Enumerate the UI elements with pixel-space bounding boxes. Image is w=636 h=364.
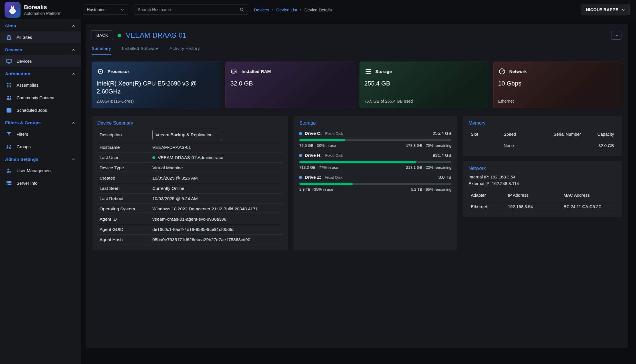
sidebar-section-admin-settings[interactable]: Admin Settings <box>0 153 81 164</box>
sidebar-section-devices[interactable]: Devices <box>0 43 81 55</box>
drive-usage-bar <box>299 139 451 141</box>
memory-row: None 32.0 GB <box>469 140 616 151</box>
sidebar-item-groups[interactable]: Groups <box>0 140 81 153</box>
stat-footer: 2.60GHz (16-Cores) <box>96 99 134 103</box>
summary-row-last-reboot: Last Reboot 10/03/2025 @ 6:24 AM <box>97 194 282 204</box>
stat-value: 32.0 GB <box>230 80 342 88</box>
sidebar-section-automation[interactable]: Automation <box>0 67 81 79</box>
sidebar-section-filters-groups[interactable]: Filters & Groups <box>0 116 81 128</box>
tab-summary[interactable]: Summary <box>92 46 111 55</box>
summary-row-agent-hash: Agent Hash 05ba0e7935171d626ecea29b27d7a… <box>97 235 282 245</box>
drive-bullet-icon <box>299 176 302 179</box>
summary-row-last-user: Last User VEEAM-DRAAS-01\Administrator <box>97 152 282 163</box>
sidebar-item-label: Server Info <box>17 181 37 186</box>
topbar: Borealis Automation Platform Hostname De… <box>0 0 636 19</box>
groups-icon <box>6 143 12 150</box>
tab-activity-history[interactable]: Activity History <box>169 46 200 55</box>
sidebar-item-user-management[interactable]: User Management <box>0 164 81 177</box>
stat-label: Network <box>509 69 527 74</box>
chevron-down-icon <box>621 8 625 12</box>
device-title: VEEAM-DRAAS-01 <box>126 31 186 39</box>
memory-title: Memory <box>469 120 616 126</box>
search-icon[interactable] <box>239 7 245 12</box>
device-header: BACK VEEAM-DRAAS-01 <box>92 30 622 40</box>
drive-c: Drive C: Fixed Disk 255.4 GB 76.5 GB - 3… <box>299 131 451 148</box>
drive-usage-bar <box>299 161 451 163</box>
network-card: Network Internal IP: 192.168.3.54 Extern… <box>463 161 622 217</box>
breadcrumb-devices[interactable]: Devices <box>254 7 269 12</box>
storage-title: Storage <box>299 120 451 126</box>
people-icon <box>6 94 12 101</box>
stat-value: Intel(R) Xeon(R) CPU E5-2690 v3 @ 2.60GH… <box>96 80 208 96</box>
devices-icon <box>6 58 12 64</box>
user-menu-button[interactable]: NICOLE RAPPE <box>582 4 630 15</box>
network-title: Network <box>469 166 616 171</box>
sidebar-item-community-content[interactable]: Community Content <box>0 91 81 104</box>
stat-card-installed-ram: Installed RAM 32.0 GB <box>225 62 354 108</box>
sidebar-item-label: User Management <box>17 168 52 173</box>
stat-card-processor: Processor Intel(R) Xeon(R) CPU E5-2690 v… <box>92 62 220 108</box>
sidebar-item-assemblies[interactable]: Assemblies <box>0 79 81 91</box>
device-summary-card: Device Summary Description Hostname VEEA… <box>92 116 288 250</box>
breadcrumb-device-details: Device Details <box>304 7 332 12</box>
stat-label: Installed RAM <box>241 69 271 74</box>
drive-remaining-text: 178.8 GB - 70% remaining <box>406 143 451 148</box>
drive-used-text: 76.5 GB - 30% in use <box>299 143 336 148</box>
sidebar-item-filters[interactable]: Filters <box>0 128 81 140</box>
rabbit-icon <box>7 4 18 15</box>
more-actions-button[interactable] <box>611 31 621 40</box>
sidebar-item-devices[interactable]: Devices <box>0 55 81 67</box>
summary-row-agent-id: Agent ID veeam-draas-01-agent-svc-8930a3… <box>97 214 282 224</box>
user-menu-label: NICOLE RAPPE <box>586 7 618 12</box>
stat-card-network: Network 10 Gbps Ethernet <box>493 62 622 108</box>
sidebar-item-label: Devices <box>17 59 32 64</box>
ellipsis-icon <box>614 33 619 38</box>
summary-row-created: Created 10/05/2025 @ 3:26 AM <box>97 173 282 183</box>
sidebar-item-scheduled-jobs[interactable]: Scheduled Jobs <box>0 104 81 116</box>
external-ip: External IP: 162.248.8.114 <box>469 180 616 187</box>
stat-label: Storage <box>375 69 392 74</box>
drive-used-text: 2.8 TB - 35% in use <box>299 187 333 192</box>
chevron-up-icon <box>71 24 76 29</box>
storage-card: Storage Drive C: Fixed Disk 255.4 GB 76.… <box>294 116 457 250</box>
summary-row-operating-system: Operating System Windows 10 2022 Datacen… <box>97 204 282 214</box>
device-online-dot <box>118 34 121 37</box>
summary-row-last-seen: Last Seen Currently Online <box>97 183 282 194</box>
sidebar-item-label: Filters <box>17 132 28 137</box>
memory-table: Slot Speed Serial Number Capacity None 3… <box>469 129 616 151</box>
drive-remaining-text: 5.2 TB - 65% remaining <box>411 187 451 192</box>
brand: Borealis Automation Platform <box>5 2 61 18</box>
back-button[interactable]: BACK <box>92 30 113 40</box>
ram-icon <box>230 68 238 75</box>
sidebar-item-label: Assemblies <box>17 83 39 88</box>
breadcrumb-device-list[interactable]: Device List <box>276 7 297 12</box>
stat-label: Processor <box>108 69 129 74</box>
stat-footer: 76.5 GB of 255.4 GB used <box>364 99 413 103</box>
filter-icon <box>6 131 12 137</box>
chevron-down-icon <box>120 8 124 12</box>
server-icon <box>6 180 12 186</box>
sidebar-section-sites[interactable]: Sites <box>0 19 81 31</box>
briefcase-icon <box>6 107 12 113</box>
borealis-logo <box>5 2 21 18</box>
user-gear-icon <box>6 167 12 174</box>
network-row: Ethernet 192.168.3.54 BC:24:11:CA:C6:2C <box>469 201 616 212</box>
description-input[interactable] <box>152 130 222 140</box>
search-field-dropdown[interactable]: Hostname <box>83 5 128 15</box>
search-input[interactable] <box>138 7 232 12</box>
grid-icon <box>6 82 12 88</box>
summary-row-hostname: Hostname VEEAM-DRAAS-01 <box>97 142 282 152</box>
chevron-up-icon <box>71 48 76 52</box>
cpu-icon <box>96 68 104 75</box>
search-box <box>134 5 248 15</box>
brand-name: Borealis <box>24 4 61 11</box>
sidebar-item-server-info[interactable]: Server Info <box>0 177 81 189</box>
summary-row-device-type: Device Type Virtual Machine <box>97 163 282 173</box>
chevron-up-icon <box>71 72 76 76</box>
internal-ip: Internal IP: 192.168.3.54 <box>469 174 616 180</box>
sidebar-item-label: Scheduled Jobs <box>17 108 47 113</box>
tab-installed-software[interactable]: Installed Software <box>122 46 159 55</box>
sidebar-item-label: Community Content <box>17 95 54 100</box>
stat-value: 10 Gbps <box>498 80 609 88</box>
sidebar-item-all-sites[interactable]: All Sites <box>0 31 81 43</box>
